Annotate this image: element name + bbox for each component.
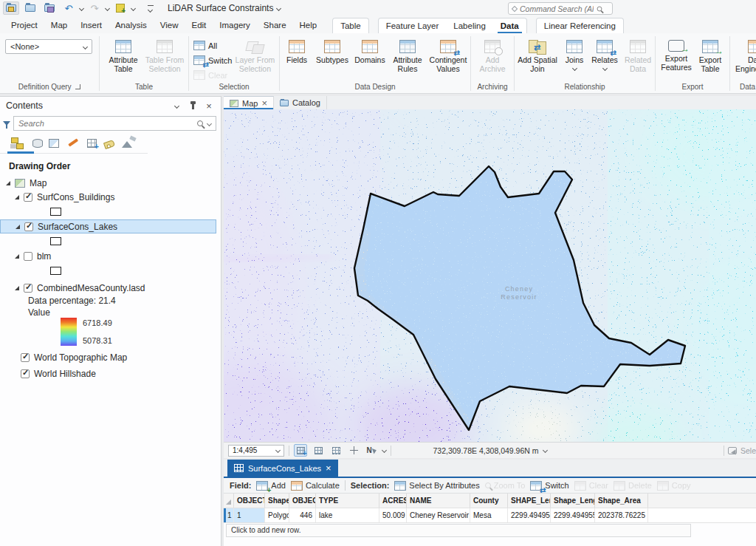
tab-data[interactable]: Data	[493, 19, 526, 33]
contents-search-box[interactable]	[13, 116, 216, 131]
visibility-checkbox[interactable]	[24, 284, 32, 293]
expander-icon[interactable]	[15, 254, 19, 259]
list-by-data-source-icon[interactable]	[32, 139, 43, 148]
column-header[interactable]: County	[470, 494, 508, 508]
filter-icon[interactable]	[3, 121, 10, 126]
undo-button[interactable]: ↶	[61, 1, 77, 15]
tab-project[interactable]: Project	[4, 18, 44, 33]
view-tab-catalog[interactable]: Catalog	[274, 96, 327, 109]
definition-query-select[interactable]: <None>	[5, 39, 92, 54]
close-pane-button[interactable]	[203, 100, 215, 112]
north-arrow-button[interactable]: N	[365, 444, 378, 457]
cell-shape-length[interactable]: 2299.494955	[551, 508, 595, 522]
close-icon[interactable]	[261, 98, 267, 108]
close-icon[interactable]	[326, 463, 331, 473]
tab-insert[interactable]: Insert	[74, 18, 109, 33]
layer-row-topographic[interactable]: World Topographic Map	[0, 350, 221, 364]
save-button[interactable]	[41, 1, 58, 15]
symbol-row-lakes[interactable]	[0, 233, 221, 249]
symbol-row-buildings[interactable]	[0, 204, 221, 219]
clear-selection-button[interactable]: Clear	[574, 481, 608, 491]
command-search-input[interactable]	[520, 4, 594, 13]
switch-selection-button[interactable]: Switch	[530, 481, 568, 491]
contents-search-input[interactable]	[18, 119, 193, 128]
column-header[interactable]: TYPE	[316, 494, 379, 508]
grid-toggle-button[interactable]	[312, 444, 325, 457]
crosshair-button[interactable]	[347, 444, 360, 457]
tab-view[interactable]: View	[154, 18, 185, 33]
layer-row-map[interactable]: Map	[0, 176, 221, 190]
add-item-button[interactable]	[112, 1, 128, 15]
row-number-cell[interactable]: 1	[226, 508, 234, 522]
cell-objectid2[interactable]: 446	[289, 508, 316, 522]
column-header[interactable]: SHAPE_Leng	[508, 494, 551, 508]
list-by-labeling-icon[interactable]	[103, 139, 115, 149]
list-by-perspective-icon[interactable]	[122, 137, 135, 149]
cell-shape-area[interactable]: 202378.76225	[595, 508, 648, 522]
tab-imagery[interactable]: Imagery	[213, 18, 257, 33]
list-by-snapping-icon[interactable]	[87, 139, 97, 148]
zoom-to-button[interactable]: Zoom To	[485, 481, 526, 490]
list-by-drawing-order-icon[interactable]	[10, 137, 24, 149]
table-row[interactable]: 1 1 Polygon 446 lake 50.009 Cheney Reser…	[224, 508, 756, 523]
pane-menu-button[interactable]	[171, 100, 182, 112]
list-by-selection-icon[interactable]	[49, 139, 59, 148]
tab-analysis[interactable]: Analysis	[109, 18, 154, 33]
basemap-sync-button[interactable]	[329, 444, 343, 457]
layer-row-hillshade[interactable]: World Hillshade	[0, 366, 221, 381]
select-by-attributes-button[interactable]: Select By Attributes	[394, 481, 479, 491]
visibility-checkbox[interactable]	[24, 252, 32, 261]
pin-button[interactable]	[187, 100, 199, 112]
command-search[interactable]	[508, 2, 613, 15]
customize-qat-button[interactable]	[142, 1, 159, 15]
add-new-row[interactable]: Click to add new row.	[226, 524, 691, 537]
visibility-checkbox[interactable]	[24, 193, 32, 202]
table-corner-cell[interactable]	[224, 494, 234, 508]
undo-dropdown-icon[interactable]	[79, 5, 84, 10]
visibility-checkbox[interactable]	[21, 353, 30, 362]
map-canvas[interactable]: Cheney Reservoir	[224, 109, 756, 442]
cell-acres[interactable]: 50.009	[379, 508, 407, 522]
open-project-button[interactable]	[3, 1, 19, 15]
expander-icon[interactable]	[16, 225, 20, 229]
cell-shape-leng[interactable]: 2299.494955	[508, 508, 551, 522]
layer-row-lasd[interactable]: CombinedMesaCounty.lasd	[0, 281, 221, 295]
cell-county[interactable]: Mesa	[470, 508, 508, 522]
redo-dropdown-icon[interactable]	[105, 5, 110, 10]
selected-features-status[interactable]: Selecte	[724, 446, 756, 456]
select-all-button[interactable]: All	[192, 38, 232, 52]
symbol-row-blm[interactable]	[0, 263, 221, 279]
cell-name[interactable]: Cheney Reservoir	[407, 508, 470, 522]
switch-selection-button[interactable]: Switch	[192, 53, 232, 67]
layer-row-lakes[interactable]: SurfaceCons_Lakes	[0, 219, 216, 233]
cell-type[interactable]: lake	[316, 508, 379, 522]
copy-button[interactable]: Copy	[657, 481, 691, 491]
delete-selection-button[interactable]: Delete	[614, 481, 652, 491]
column-header[interactable]: ACRES	[379, 494, 407, 508]
table-tab-lakes[interactable]: SurfaceCons_Lakes	[227, 460, 338, 477]
dialog-launcher-icon[interactable]	[75, 84, 80, 89]
snapping-toggle-button[interactable]	[294, 444, 307, 457]
column-header[interactable]: OBJECTID *	[234, 494, 265, 508]
tab-map[interactable]: Map	[44, 18, 74, 33]
column-header[interactable]: Shape_Area	[595, 494, 648, 508]
title-dropdown-icon[interactable]	[276, 5, 281, 10]
cell-objectid1[interactable]: 1	[234, 508, 265, 522]
scale-select[interactable]: 1:4,495	[228, 445, 284, 457]
add-item-dropdown-icon[interactable]	[131, 5, 136, 10]
tab-feature-layer[interactable]: Feature Layer	[379, 19, 447, 33]
column-header[interactable]: Shape_Length	[551, 494, 595, 508]
redo-button[interactable]: ↷	[86, 1, 103, 15]
expander-icon[interactable]	[15, 195, 19, 199]
open-button[interactable]	[22, 1, 38, 15]
chevron-down-icon[interactable]	[382, 448, 387, 453]
visibility-checkbox[interactable]	[24, 222, 33, 231]
calculate-field-button[interactable]: Calculate	[291, 481, 340, 491]
tab-share[interactable]: Share	[257, 18, 293, 33]
expander-icon[interactable]	[15, 286, 19, 290]
clear-selection-button[interactable]: Clear	[192, 68, 232, 82]
column-header[interactable]: OBJECTID	[289, 494, 316, 508]
visibility-checkbox[interactable]	[21, 369, 30, 378]
tab-linear-referencing[interactable]: Linear Referencing	[537, 19, 623, 33]
tab-help[interactable]: Help	[293, 18, 324, 33]
